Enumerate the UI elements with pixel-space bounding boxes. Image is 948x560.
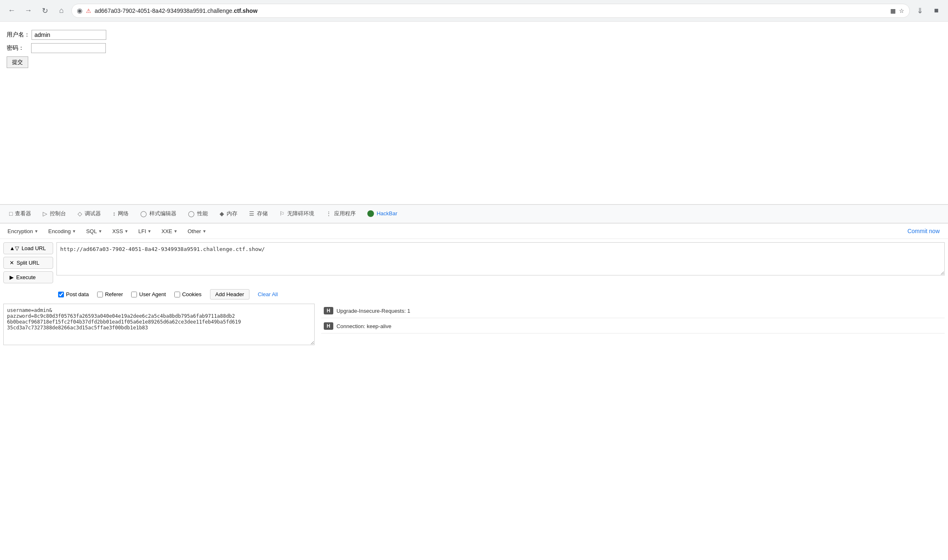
url-textarea[interactable]: http://ad667a03-7902-4051-8a42-9349938a9…: [56, 242, 945, 275]
referer-checkbox[interactable]: [97, 292, 103, 297]
submit-button[interactable]: 提交: [7, 56, 28, 68]
user-agent-label: User Agent: [139, 291, 166, 297]
menu-lfi[interactable]: LFI ▼: [134, 226, 156, 236]
tab-hackbar[interactable]: HackBar: [362, 205, 403, 224]
menu-encryption-label: Encryption: [7, 228, 33, 234]
tab-application[interactable]: ⋮ 应用程序: [320, 205, 362, 224]
tab-inspector[interactable]: □ 查看器: [3, 205, 37, 224]
tab-storage[interactable]: ☰ 存储: [243, 205, 274, 224]
extensions-button[interactable]: ■: [930, 4, 943, 17]
menu-sql-label: SQL: [86, 228, 97, 234]
other-arrow-icon: ▼: [202, 229, 206, 234]
back-button[interactable]: ←: [5, 4, 18, 17]
commit-now-button[interactable]: Commit now: [902, 226, 945, 236]
execute-icon: ▶: [10, 274, 14, 280]
post-data-textarea[interactable]: username=admin& pazzword=8c9c80d3f05763f…: [3, 304, 315, 345]
page-content: 用户名： 密码： 提交: [0, 22, 948, 204]
user-agent-checkbox[interactable]: [131, 292, 137, 297]
tab-network[interactable]: ↕ 网络: [107, 205, 134, 224]
password-label: 密码：: [7, 44, 29, 52]
sql-arrow-icon: ▼: [98, 229, 102, 234]
network-icon: ↕: [112, 210, 115, 217]
menu-xss-label: XSS: [112, 228, 123, 234]
devtools-bar: □ 查看器 ▷ 控制台 ◇ 调试器 ↕ 网络 ◯ 样式编辑器 ◯ 性能 ◆ 内存…: [0, 204, 948, 223]
inspector-icon: □: [9, 210, 12, 217]
tab-application-label: 应用程序: [334, 210, 356, 217]
tab-performance-label: 性能: [197, 210, 208, 217]
referer-option[interactable]: Referer: [97, 291, 123, 297]
forward-button[interactable]: →: [22, 4, 35, 17]
qr-icon: ▦: [890, 7, 896, 14]
menu-sql[interactable]: SQL ▼: [82, 226, 106, 236]
reload-button[interactable]: ↻: [38, 4, 51, 17]
address-bar[interactable]: ◉ ⚠ ad667a03-7902-4051-8a42-9349938a9591…: [71, 4, 910, 18]
hackbar-post-area: username=admin& pazzword=8c9c80d3f05763f…: [0, 302, 948, 348]
split-url-icon: ✕: [10, 260, 14, 266]
header-value-2: Connection: keep-alive: [337, 323, 391, 329]
tab-memory-label: 内存: [227, 210, 237, 217]
load-url-icon: ▲▽: [10, 245, 19, 251]
referer-label: Referer: [105, 291, 123, 297]
header-badge-2: H: [324, 322, 333, 330]
application-icon: ⋮: [326, 210, 332, 217]
hackbar-action-buttons: ▲▽ Load URL ✕ Split URL ▶ Execute: [3, 242, 53, 283]
hackbar-url-area: http://ad667a03-7902-4051-8a42-9349938a9…: [56, 242, 945, 283]
add-header-button[interactable]: Add Header: [210, 289, 249, 299]
star-icon: ☆: [899, 7, 904, 14]
encoding-arrow-icon: ▼: [72, 229, 76, 234]
menu-other[interactable]: Other ▼: [183, 226, 210, 236]
post-data-label: Post data: [66, 291, 89, 297]
menu-encoding[interactable]: Encoding ▼: [44, 226, 80, 236]
tab-debugger-label: 调试器: [85, 210, 101, 217]
url-display: ad667a03-7902-4051-8a42-9349938a9591.cha…: [95, 7, 887, 14]
cookies-option[interactable]: Cookies: [174, 291, 202, 297]
tab-debugger[interactable]: ◇ 调试器: [72, 205, 107, 224]
header-item-2: H Connection: keep-alive: [321, 319, 945, 334]
xss-arrow-icon: ▼: [124, 229, 128, 234]
tab-inspector-label: 查看器: [15, 210, 31, 217]
cookies-checkbox[interactable]: [174, 292, 180, 297]
tab-storage-label: 存储: [257, 210, 268, 217]
encryption-arrow-icon: ▼: [34, 229, 38, 234]
lfi-arrow-icon: ▼: [147, 229, 151, 234]
clear-all-button[interactable]: Clear All: [258, 291, 278, 297]
tab-memory[interactable]: ◆ 内存: [214, 205, 243, 224]
menu-xxe[interactable]: XXE ▼: [157, 226, 182, 236]
header-value-1: Upgrade-Insecure-Requests: 1: [337, 308, 410, 314]
tab-console[interactable]: ▷ 控制台: [37, 205, 72, 224]
split-url-button[interactable]: ✕ Split URL: [3, 257, 53, 269]
memory-icon: ◆: [220, 210, 224, 217]
xxe-arrow-icon: ▼: [173, 229, 178, 234]
menu-encoding-label: Encoding: [48, 228, 71, 234]
tab-style-editor[interactable]: ◯ 样式编辑器: [134, 205, 182, 224]
download-button[interactable]: ⇓: [913, 4, 926, 17]
menu-encryption[interactable]: Encryption ▼: [3, 226, 42, 236]
hackbar-menu-row: Encryption ▼ Encoding ▼ SQL ▼ XSS ▼ LFI …: [0, 224, 948, 239]
warning-icon: ⚠: [86, 7, 91, 14]
password-row: 密码：: [7, 43, 941, 53]
menu-xss[interactable]: XSS ▼: [108, 226, 132, 236]
load-url-button[interactable]: ▲▽ Load URL: [3, 242, 53, 254]
username-input[interactable]: [32, 30, 106, 40]
accessibility-icon: ⚐: [279, 210, 285, 217]
hackbar-main-area: ▲▽ Load URL ✕ Split URL ▶ Execute http:/…: [0, 239, 948, 287]
cookies-label: Cookies: [182, 291, 202, 297]
browser-chrome: ← → ↻ ⌂ ◉ ⚠ ad667a03-7902-4051-8a42-9349…: [0, 0, 948, 22]
password-input[interactable]: [31, 43, 106, 53]
menu-lfi-label: LFI: [138, 228, 146, 234]
home-button[interactable]: ⌂: [55, 4, 68, 17]
user-agent-option[interactable]: User Agent: [131, 291, 166, 297]
tab-accessibility-label: 无障碍环境: [287, 210, 314, 217]
tab-performance[interactable]: ◯ 性能: [182, 205, 214, 224]
submit-row: 提交: [7, 56, 941, 68]
tab-accessibility[interactable]: ⚐ 无障碍环境: [274, 205, 320, 224]
header-badge-1: H: [324, 307, 333, 314]
post-data-option[interactable]: Post data: [58, 291, 89, 297]
console-icon: ▷: [43, 210, 47, 217]
tab-console-label: 控制台: [50, 210, 66, 217]
performance-icon: ◯: [188, 210, 195, 217]
storage-icon: ☰: [249, 210, 254, 217]
post-data-checkbox[interactable]: [58, 292, 64, 297]
execute-button[interactable]: ▶ Execute: [3, 271, 53, 283]
header-items-list: H Upgrade-Insecure-Requests: 1 H Connect…: [321, 304, 945, 345]
